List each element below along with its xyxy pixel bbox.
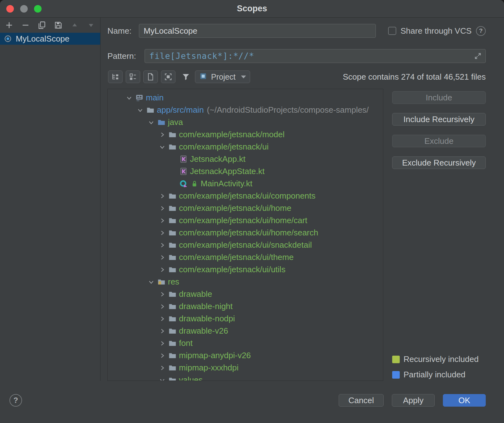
- tree-row[interactable]: drawable-night: [108, 300, 383, 313]
- folder-icon: [168, 216, 177, 225]
- apply-button[interactable]: Apply: [392, 394, 435, 407]
- tree-row[interactable]: font: [108, 337, 383, 349]
- chevron-right-icon[interactable]: [157, 291, 168, 298]
- tree-row[interactable]: drawable-v26: [108, 325, 383, 337]
- pattern-row: Pattern:: [107, 49, 486, 63]
- chevron-right-icon[interactable]: [157, 205, 168, 212]
- tree-row[interactable]: mipmap-anydpi-v26: [108, 349, 383, 362]
- name-row: Name: Share through VCS ?: [107, 24, 486, 38]
- show-included-only-icon[interactable]: [161, 70, 175, 83]
- tree-row[interactable]: java: [108, 116, 383, 128]
- ok-button[interactable]: OK: [443, 394, 486, 407]
- expand-pattern-icon[interactable]: [474, 52, 482, 61]
- chevron-right-icon[interactable]: [157, 315, 168, 322]
- chevron-down-icon[interactable]: [157, 377, 168, 381]
- chevron-right-icon[interactable]: [157, 229, 168, 236]
- chevron-down-icon[interactable]: [124, 94, 135, 101]
- exclude-button[interactable]: Exclude: [392, 135, 486, 147]
- chevron-right-icon[interactable]: [157, 193, 168, 200]
- tree-row[interactable]: values: [108, 374, 383, 381]
- tree-row[interactable]: com/example/jetsnack/ui/home/search: [108, 227, 383, 239]
- chevron-right-icon[interactable]: [157, 254, 168, 261]
- tree-row[interactable]: drawable-nodpi: [108, 313, 383, 325]
- tree-row[interactable]: main: [108, 92, 383, 104]
- sidebar-toolbar: [0, 18, 100, 33]
- chevron-right-icon[interactable]: [157, 131, 168, 138]
- tree-item-label: JetsnackAppState.kt: [190, 166, 265, 176]
- folder-icon: [168, 351, 177, 360]
- tree-row[interactable]: app/src/main(~/AndroidStudioProjects/com…: [108, 104, 383, 116]
- move-up-icon[interactable]: [68, 19, 81, 31]
- tree-row[interactable]: JetsnackAppState.kt: [108, 165, 383, 178]
- chevron-right-icon[interactable]: [157, 303, 168, 310]
- tree-row[interactable]: com/example/jetsnack/ui/home: [108, 202, 383, 214]
- tree-row[interactable]: com/example/jetsnack/ui/home/cart: [108, 214, 383, 227]
- chevron-right-icon[interactable]: [157, 242, 168, 249]
- tree-row[interactable]: MainActivity.kt: [108, 178, 383, 190]
- chevron-right-icon[interactable]: [157, 328, 168, 335]
- main-activity-icon: [179, 179, 188, 188]
- tree-row[interactable]: mipmap-xxxhdpi: [108, 362, 383, 374]
- cancel-button[interactable]: Cancel: [339, 394, 384, 407]
- project-icon: [199, 72, 207, 82]
- chevron-right-icon[interactable]: [157, 364, 168, 371]
- flatten-packages-icon[interactable]: [108, 70, 123, 83]
- move-down-icon[interactable]: [84, 19, 98, 31]
- tree-row[interactable]: com/example/jetsnack/ui: [108, 141, 383, 153]
- chevron-right-icon[interactable]: [157, 217, 168, 224]
- scope-name-input[interactable]: [139, 24, 376, 38]
- chevron-down-icon[interactable]: [146, 279, 157, 285]
- tree-row[interactable]: com/example/jetsnack/ui/utils: [108, 263, 383, 276]
- scope-list-item[interactable]: MyLocalScope: [0, 33, 100, 45]
- share-vcs-label: Share through VCS: [401, 26, 472, 36]
- name-label: Name:: [107, 26, 139, 36]
- chevron-right-icon[interactable]: [157, 340, 168, 347]
- chevron-down-icon[interactable]: [157, 144, 168, 150]
- res-folder-icon: [157, 278, 166, 286]
- save-scope-icon[interactable]: [52, 19, 65, 31]
- tree-row[interactable]: drawable: [108, 288, 383, 300]
- legend: Recursively includedPartially included: [392, 354, 486, 380]
- compact-empty-packages-icon[interactable]: [126, 70, 140, 83]
- tree-item-label: java: [168, 117, 183, 127]
- zoom-window-button[interactable]: [34, 5, 42, 13]
- tree-row[interactable]: com/example/jetsnack/ui/components: [108, 190, 383, 202]
- chevron-down-icon[interactable]: [146, 119, 157, 126]
- copy-scope-icon[interactable]: [35, 19, 49, 31]
- chevron-down-icon[interactable]: [135, 107, 146, 114]
- legend-color-swatch: [392, 371, 400, 379]
- remove-scope-icon[interactable]: [19, 19, 32, 31]
- tree-row[interactable]: com/example/jetsnack/ui/theme: [108, 251, 383, 263]
- footer-buttons: CancelApplyOK: [339, 394, 486, 407]
- scope-view-selector[interactable]: Project: [195, 70, 250, 83]
- share-vcs-help-icon[interactable]: ?: [476, 26, 486, 36]
- pattern-input[interactable]: [145, 49, 486, 63]
- tree-item-label: drawable-v26: [179, 326, 228, 336]
- share-vcs-checkbox[interactable]: [388, 27, 396, 35]
- add-scope-icon[interactable]: [3, 19, 16, 31]
- folder-icon: [168, 253, 177, 262]
- show-files-icon[interactable]: [143, 70, 158, 83]
- help-icon[interactable]: ?: [9, 394, 22, 407]
- folder-icon: [168, 339, 177, 347]
- tree-row[interactable]: res: [108, 276, 383, 288]
- scopes-sidebar: MyLocalScope: [0, 18, 100, 381]
- include-button[interactable]: Include: [392, 91, 486, 104]
- lock-icon: [190, 180, 199, 188]
- minimize-window-button[interactable]: [20, 5, 28, 13]
- chevron-right-icon[interactable]: [157, 352, 168, 359]
- tree-item-label: com/example/jetsnack/ui/home: [179, 203, 291, 213]
- share-vcs-group: Share through VCS ?: [388, 26, 486, 36]
- chevron-right-icon[interactable]: [157, 266, 168, 273]
- tree-and-actions: mainapp/src/main(~/AndroidStudioProjects…: [107, 89, 486, 381]
- filter-icon[interactable]: [179, 70, 192, 83]
- include-recursively-button[interactable]: Include Recursively: [392, 113, 486, 126]
- legend-color-swatch: [392, 356, 400, 363]
- tree-item-label: com/example/jetsnack/ui/home/cart: [179, 216, 307, 225]
- tree-row[interactable]: com/example/jetsnack/model: [108, 128, 383, 141]
- close-window-button[interactable]: [6, 5, 14, 13]
- tree-row[interactable]: com/example/jetsnack/ui/snackdetail: [108, 239, 383, 251]
- tree-row[interactable]: JetsnackApp.kt: [108, 153, 383, 165]
- exclude-recursively-button[interactable]: Exclude Recursively: [392, 156, 486, 169]
- folder-icon: [168, 327, 177, 335]
